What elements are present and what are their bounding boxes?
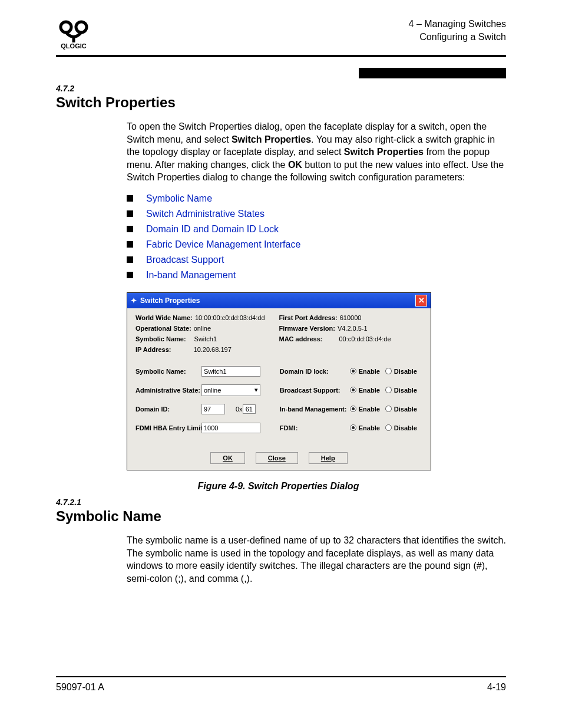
close-button[interactable]: Close: [256, 452, 298, 464]
fpa-value: 610000: [340, 314, 362, 321]
list-item: In-band Management: [127, 270, 506, 281]
header-text: 4 – Managing Switches Configuring a Swit…: [409, 18, 506, 44]
bullet-icon: [127, 241, 133, 248]
svg-text:QLOGIC: QLOGIC: [61, 42, 86, 50]
inband-label: In-band Management:: [280, 406, 350, 413]
section-title-symbolic-name: Symbolic Name: [56, 508, 506, 525]
dialog-titlebar: ✦ Switch Properties ✕: [127, 293, 431, 308]
mac-label: MAC address:: [279, 335, 323, 342]
parameter-list: Symbolic Name Switch Administrative Stat…: [127, 193, 506, 281]
list-item: Domain ID and Domain ID Lock: [127, 224, 506, 235]
section-title-switch-properties: Switch Properties: [56, 94, 506, 111]
link-fdmi[interactable]: Fabric Device Management Interface: [146, 239, 300, 250]
close-icon[interactable]: ✕: [415, 295, 427, 307]
list-item: Symbolic Name: [127, 193, 506, 204]
opstate-label: Operational State:: [135, 325, 191, 332]
link-symbolic-name[interactable]: Symbolic Name: [146, 193, 212, 204]
form-symname-label: Symbolic Name:: [135, 368, 201, 375]
form-admin-label: Administrative State:: [135, 387, 201, 394]
admin-state-select[interactable]: online ▾: [201, 384, 260, 396]
fw-label: Firmware Version:: [279, 325, 335, 332]
inband-disable-radio[interactable]: [385, 406, 392, 412]
ip-label: IP Address:: [135, 346, 171, 353]
bullet-icon: [127, 226, 133, 232]
broadcast-enable-radio[interactable]: [350, 387, 356, 393]
form-domain-label: Domain ID:: [135, 406, 201, 413]
dialog-title-text: Switch Properties: [140, 297, 200, 305]
footer-doc-id: 59097-01 A: [56, 682, 104, 693]
figure-caption: Figure 4-9. Switch Properties Dialog: [127, 481, 430, 492]
list-item: Switch Administrative States: [127, 209, 506, 219]
switch-properties-dialog: ✦ Switch Properties ✕ World Wide Name:10…: [127, 292, 431, 470]
header-black-bar: [359, 68, 506, 78]
domainlock-enable-radio[interactable]: [350, 368, 356, 374]
help-button[interactable]: Help: [309, 452, 348, 464]
wwn-value: 10:00:00:c0:dd:03:d4:dd: [195, 314, 265, 321]
fdmi-radio-label: FDMI:: [280, 424, 350, 431]
symbolic-name-paragraph: The symbolic name is a user-defined name…: [127, 534, 506, 585]
fw-value: V4.2.0.5-1: [338, 325, 368, 332]
bullet-icon: [127, 256, 133, 263]
svg-point-1: [76, 22, 87, 32]
bullet-icon: [127, 210, 133, 217]
broadcast-label: Broadcast Support:: [280, 387, 350, 394]
intro-paragraph: To open the Switch Properties dialog, op…: [127, 120, 506, 184]
mac-value: 00:c0:dd:03:d4:de: [339, 335, 391, 342]
section-number-4721: 4.7.2.1: [56, 498, 506, 507]
domainlock-disable-radio[interactable]: [385, 368, 392, 374]
dialog-icon: ✦: [131, 297, 137, 305]
domain-id-input[interactable]: [201, 404, 225, 414]
link-inband[interactable]: In-band Management: [146, 270, 236, 281]
domain-hex-value: 61: [243, 404, 256, 414]
qlogic-logo: QLOGIC: [56, 18, 91, 50]
chevron-down-icon: ▾: [254, 386, 258, 394]
opstate-value: online: [194, 325, 211, 332]
hex-prefix: 0x: [236, 406, 243, 413]
wwn-label: World Wide Name:: [135, 314, 193, 321]
symname-value: Switch1: [194, 335, 217, 342]
domainlock-label: Domain ID lock:: [280, 368, 350, 375]
section-number-472: 4.7.2: [56, 84, 506, 93]
ip-value: 10.20.68.197: [194, 346, 232, 353]
form-fdmi-label: FDMI HBA Entry Limit:: [135, 424, 201, 431]
list-item: Broadcast Support: [127, 255, 506, 265]
header-line1: 4 – Managing Switches: [409, 18, 506, 31]
footer-page-num: 4-19: [487, 682, 506, 693]
inband-enable-radio[interactable]: [350, 406, 356, 412]
broadcast-disable-radio[interactable]: [385, 387, 392, 393]
fpa-label: First Port Address:: [279, 314, 338, 321]
link-domain-id[interactable]: Domain ID and Domain ID Lock: [146, 224, 279, 235]
bullet-icon: [127, 272, 133, 278]
symname-label: Symbolic Name:: [135, 335, 186, 342]
fdmi-disable-radio[interactable]: [385, 424, 392, 431]
link-admin-states[interactable]: Switch Administrative States: [146, 209, 265, 219]
ok-button[interactable]: OK: [210, 452, 245, 464]
bullet-icon: [127, 195, 133, 202]
fdmi-limit-input[interactable]: [201, 423, 260, 433]
link-broadcast[interactable]: Broadcast Support: [146, 255, 224, 265]
list-item: Fabric Device Management Interface: [127, 239, 506, 250]
svg-point-0: [61, 22, 71, 32]
fdmi-enable-radio[interactable]: [350, 424, 356, 431]
header-line2: Configuring a Switch: [409, 31, 506, 44]
symbolic-name-input[interactable]: [201, 366, 260, 377]
